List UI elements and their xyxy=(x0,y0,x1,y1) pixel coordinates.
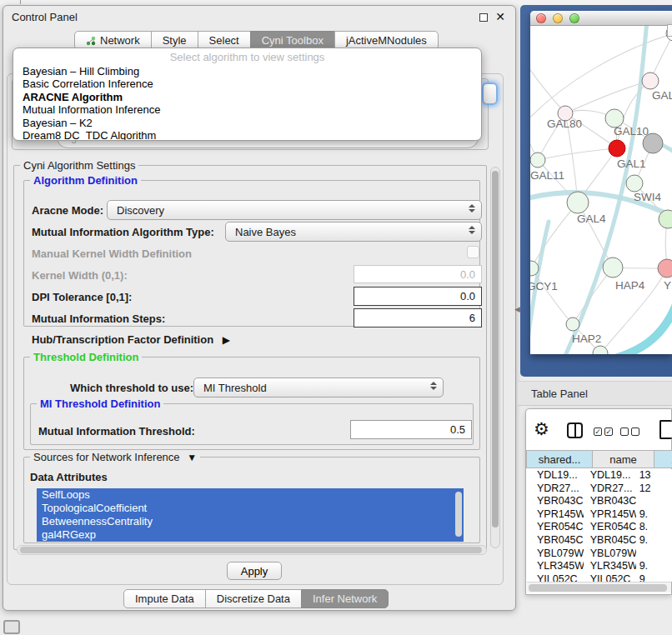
focused-combo-stepper[interactable] xyxy=(482,82,498,105)
network-node-gal4[interactable] xyxy=(567,192,589,213)
table-cell: 8. xyxy=(636,521,672,534)
network-node-gal1[interactable] xyxy=(609,140,625,157)
table-cell: YLR345W xyxy=(527,560,584,573)
network-canvas[interactable]: GAL80GAL10GAL1GAL11GAL4SWI4GCY1HAP4YHAP2… xyxy=(530,26,672,354)
tab-label: Discretize Data xyxy=(217,592,290,605)
cyni-settings-title: Cyni Algorithm Settings xyxy=(20,159,138,172)
document-icon[interactable] xyxy=(659,420,672,439)
column-header[interactable]: shared... xyxy=(526,450,593,468)
table-row[interactable]: YIL052CYIL052C9 xyxy=(527,573,672,582)
combo-stepper-icon xyxy=(469,204,475,212)
algorithm-option[interactable]: Mutual Information Inference xyxy=(13,103,481,116)
table-cell xyxy=(636,495,672,508)
close-icon[interactable]: ✕ xyxy=(495,10,505,23)
mi-type-combo[interactable]: Naive Bayes xyxy=(225,222,482,242)
node-label: HAP4 xyxy=(615,279,645,292)
aracne-mode-combo[interactable]: Discovery xyxy=(107,200,482,220)
table-row[interactable]: YDR27...YDR27...12 xyxy=(527,482,672,496)
node-label: GAL10 xyxy=(614,125,649,138)
mi-threshold-title: MI Threshold Definition xyxy=(37,398,163,410)
algorithm-option[interactable]: ARACNE Algorithm xyxy=(13,91,481,103)
table-cell: 13 xyxy=(636,469,672,482)
table-row[interactable]: YLR345WYLR345W9. xyxy=(527,560,672,573)
network-node-swi4[interactable] xyxy=(626,175,643,192)
node-label: SWI4 xyxy=(634,191,661,203)
table-cell: YBR043C xyxy=(584,495,636,508)
network-node-gal[interactable] xyxy=(642,72,659,89)
attribute-item[interactable]: SelfLoops xyxy=(37,488,464,502)
minimize-traffic-light[interactable] xyxy=(553,13,563,23)
table-horizontal-scrollbar[interactable] xyxy=(527,582,671,592)
network-node-y[interactable] xyxy=(658,259,672,278)
tab-label: jActiveMNodules xyxy=(346,34,427,47)
table-row[interactable]: YBL079WYBL079W xyxy=(527,548,672,561)
tab-infer-network[interactable]: Infer Network xyxy=(301,589,389,608)
algorithm-option[interactable]: Bayesian – Hill Climbing xyxy=(13,65,481,78)
column-header[interactable]: A xyxy=(654,450,672,468)
network-node-hap4[interactable] xyxy=(603,258,623,278)
column-header[interactable]: name xyxy=(592,450,654,468)
which-threshold-value: MI Threshold xyxy=(203,382,267,394)
apply-button[interactable]: Apply xyxy=(227,562,282,580)
sources-title: Sources for Network Inference ▼ xyxy=(30,451,200,463)
attribute-item[interactable]: BetweennessCentrality xyxy=(37,515,464,528)
gear-icon[interactable]: ⚙ xyxy=(534,419,549,439)
dpi-tolerance-field[interactable]: 0.0 xyxy=(354,287,482,306)
column-layout-icon[interactable] xyxy=(567,422,583,438)
algorithm-option[interactable]: Dream8 DC_TDC Algorithm xyxy=(13,129,481,141)
algorithm-option[interactable]: Bayesian – K2 xyxy=(13,117,481,129)
settings-horizontal-scrollbar[interactable] xyxy=(17,545,487,555)
mi-steps-field[interactable]: 6 xyxy=(354,308,482,328)
mi-threshold-label: Mutual Information Threshold: xyxy=(38,425,195,438)
tab-discretize-data[interactable]: Discretize Data xyxy=(205,589,302,608)
table-row[interactable]: YDL19...YDL19...13 xyxy=(527,469,672,482)
select-all-columns-icon[interactable]: ✓ ✓ xyxy=(594,428,613,436)
table-cell: 9. xyxy=(636,534,672,548)
algorithm-list: Bayesian – Hill ClimbingBasic Correlatio… xyxy=(13,65,481,141)
float-window-icon[interactable] xyxy=(479,13,488,22)
kernel-width-field[interactable]: 0.0 xyxy=(354,265,482,283)
attribute-item[interactable]: gal4RGexp xyxy=(37,528,464,542)
dock-grip-button[interactable] xyxy=(3,620,20,634)
aracne-mode-value: Discovery xyxy=(117,204,164,217)
zoom-traffic-light[interactable] xyxy=(569,13,579,23)
tab-impute-data[interactable]: Impute Data xyxy=(123,589,206,608)
settings-vertical-scrollbar[interactable] xyxy=(490,167,500,548)
table-row[interactable]: YER054CYER054C8. xyxy=(527,521,672,534)
attributes-scrollbar[interactable] xyxy=(454,490,463,540)
data-attributes-label: Data Attributes xyxy=(30,471,108,483)
manual-kernel-checkbox[interactable] xyxy=(467,246,479,258)
which-threshold-combo[interactable]: MI Threshold xyxy=(193,378,444,398)
table-cell: YLR345W xyxy=(584,560,636,573)
collapsed-arrow-icon[interactable]: ▶ xyxy=(223,334,230,346)
attribute-item[interactable]: TopologicalCoefficient xyxy=(37,502,464,515)
close-traffic-light[interactable] xyxy=(536,13,546,23)
network-node-gal11[interactable] xyxy=(530,152,545,168)
network-node-hap2[interactable] xyxy=(566,318,579,331)
mi-threshold-value: 0.5 xyxy=(450,423,465,436)
tab-label: Network xyxy=(100,34,140,47)
table-cell: YDL19... xyxy=(584,469,636,482)
checked-box-icon: ✓ xyxy=(604,428,613,436)
tab-label: Select xyxy=(209,34,239,47)
top-tick xyxy=(20,0,21,4)
table-cell: YER054C xyxy=(527,521,584,534)
expanded-arrow-icon[interactable]: ▼ xyxy=(187,452,197,463)
sources-title-text: Sources for Network Inference xyxy=(33,451,180,463)
table-body[interactable]: YDL19...YDL19...13YDR27...YDR27...12YBR0… xyxy=(527,469,672,582)
hub-definition-label[interactable]: Hub/Transcription Factor Definition ▶ xyxy=(32,333,230,346)
mi-steps-value: 6 xyxy=(469,312,475,324)
algorithm-option[interactable]: Basic Correlation Inference xyxy=(13,78,481,90)
panel-splitter-arrow-icon[interactable]: ◀ xyxy=(514,305,520,313)
deselect-all-columns-icon[interactable] xyxy=(620,428,639,436)
tab-label: Impute Data xyxy=(135,592,194,605)
table-cell: YBR043C xyxy=(527,495,584,508)
node-label: GAL4 xyxy=(577,212,606,225)
mi-threshold-field[interactable]: 0.5 xyxy=(350,420,472,439)
table-cell: YDR27... xyxy=(527,482,584,496)
data-attributes-list[interactable]: SelfLoopsTopologicalCoefficientBetweenne… xyxy=(37,488,464,542)
table-row[interactable]: YBR045CYBR045C9. xyxy=(527,534,672,548)
unchecked-box-icon xyxy=(631,428,639,436)
table-row[interactable]: YBR043CYBR043C xyxy=(527,495,672,508)
table-row[interactable]: YPR145WYPR145W9. xyxy=(527,508,672,522)
